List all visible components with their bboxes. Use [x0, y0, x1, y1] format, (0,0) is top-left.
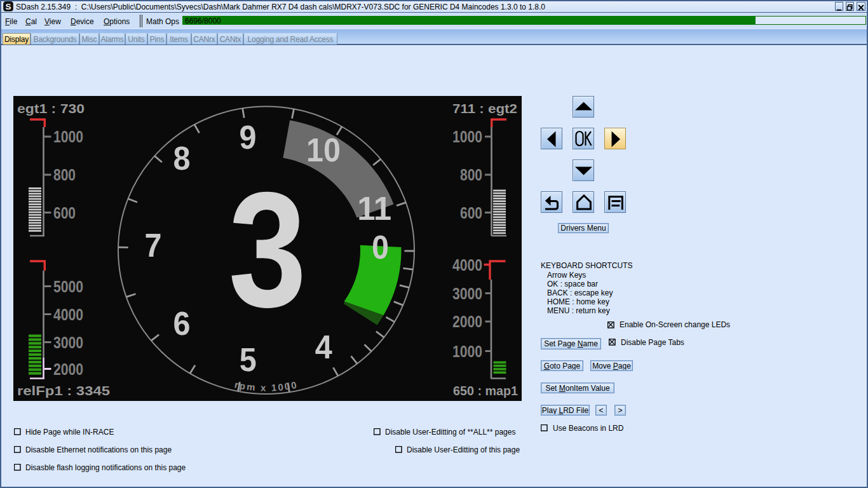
svg-text:10: 10 — [306, 132, 341, 168]
svg-text:600: 600 — [53, 204, 76, 222]
svg-text:1000: 1000 — [452, 342, 482, 360]
svg-text:3: 3 — [229, 158, 307, 341]
svg-text:0: 0 — [372, 229, 389, 266]
svg-text:1000: 1000 — [53, 128, 83, 146]
svg-text:5: 5 — [240, 341, 257, 378]
svg-text:2000: 2000 — [53, 360, 83, 378]
svg-text:8: 8 — [173, 140, 191, 177]
svg-text:3000: 3000 — [53, 334, 83, 351]
svg-text:2000: 2000 — [452, 313, 482, 330]
svg-text:egt1 : 730: egt1 : 730 — [17, 101, 85, 116]
svg-text:9: 9 — [240, 119, 257, 156]
svg-text:relFp1 : 3345: relFp1 : 3345 — [17, 383, 110, 398]
svg-text:600: 600 — [460, 204, 482, 222]
svg-text:800: 800 — [460, 166, 482, 184]
svg-text:6: 6 — [173, 305, 190, 342]
svg-text:1000: 1000 — [452, 128, 482, 146]
svg-text:650 : map1: 650 : map1 — [453, 383, 518, 398]
svg-text:5000: 5000 — [53, 278, 83, 295]
svg-text:711 : egt2: 711 : egt2 — [452, 101, 517, 116]
svg-text:800: 800 — [53, 166, 76, 184]
svg-text:11: 11 — [357, 190, 391, 227]
svg-text:4000: 4000 — [452, 256, 482, 274]
svg-text:4: 4 — [315, 329, 332, 365]
svg-text:4000: 4000 — [53, 306, 83, 323]
svg-text:S: S — [5, 2, 11, 11]
svg-text:7: 7 — [145, 227, 162, 264]
svg-text:3000: 3000 — [452, 285, 482, 302]
